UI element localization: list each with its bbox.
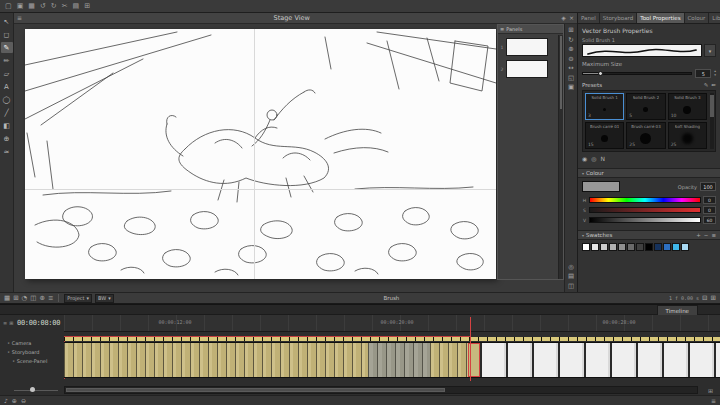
current-colour-swatch[interactable] [582,181,620,192]
save-icon[interactable]: ▦ [28,3,35,10]
brush-preset[interactable]: Brush carré 01 15 [585,122,624,149]
pencil-tool[interactable]: ✏ [1,55,13,66]
delete-track-icon[interactable]: ⊖ [21,398,26,404]
opacity-value[interactable]: 100 [700,182,716,191]
split-view-icon[interactable]: ◫ [568,283,574,290]
copy-icon[interactable]: ▤ [73,3,80,10]
panel-thumbnail-row[interactable]: 2 [500,60,555,78]
timeline-menu-icon[interactable]: ≡ [711,398,716,404]
brush-preset[interactable]: Solid Brush 3 10 [668,93,707,120]
value-value[interactable]: 60 [703,216,716,224]
onion-skin-icon[interactable]: ◔ [22,295,28,302]
timeline-playhead[interactable] [470,317,471,381]
timeline-options-icon[interactable]: ≡ [3,320,7,326]
brush-preset[interactable]: Solid Brush 2 5 [626,93,665,120]
expand-arrow-icon[interactable]: ▸ [8,341,10,345]
safe-area-icon[interactable]: ▣ [568,84,574,91]
panel-thumbnail[interactable] [506,60,548,78]
natural-media-icon[interactable]: N [601,155,606,162]
brush-presets-icon[interactable]: ✎ [704,82,709,88]
hue-slider[interactable] [589,197,701,203]
view-menu-icon[interactable]: ≡ [17,15,22,21]
grid-icon[interactable]: ⊞ [13,295,18,302]
colour-swatch[interactable] [618,243,626,251]
panels-scrollbar-thumb[interactable] [560,36,562,109]
close-view-icon[interactable]: × [569,15,574,21]
panel-frames-segment-selected-scene[interactable] [368,343,430,377]
expand-arrow-icon[interactable]: ▸ [13,359,15,363]
panels-scrollbar[interactable] [558,35,563,279]
presets-scrollbar[interactable] [710,93,714,149]
tab-library[interactable]: Library [709,13,720,23]
contour-tool[interactable]: ≈ [1,146,13,157]
select-tool[interactable]: ↖ [1,16,13,27]
corner-menu-icon[interactable]: ⊞ [708,387,713,394]
maximum-size-slider[interactable] [582,72,692,75]
zoom-out-icon[interactable]: ⊖ [568,56,573,63]
add-swatch-button[interactable]: + [696,232,701,238]
colour-swatch[interactable] [600,243,608,251]
slider-handle[interactable] [598,71,603,76]
collapse-icon[interactable]: ⊟ [702,295,707,302]
remove-swatch-button[interactable]: − [704,232,709,238]
brush-preset[interactable]: Solid Brush 1 3 [585,93,624,120]
drawing-canvas[interactable] [25,29,496,279]
timeline-ruler[interactable]: 00:00:12:00 00:00:20:00 00:00:28:00 [64,315,720,332]
project-dropdown[interactable]: Project▾ [64,294,92,303]
frame-tool[interactable]: ◻ [1,29,13,40]
colour-swatch[interactable] [591,243,599,251]
maximum-size-value[interactable]: 5 [695,69,711,78]
colour-swatch[interactable] [636,243,644,251]
collapse-arrow-icon[interactable]: ▾ [582,233,584,238]
tab-panel[interactable]: Panel [578,13,600,23]
saturation-value[interactable]: 0 [703,206,716,214]
timeline-zoom-slider[interactable] [14,390,58,391]
panel-thumbnail[interactable] [506,38,548,56]
presets-scrollbar-thumb[interactable] [710,95,714,117]
colour-swatch[interactable] [609,243,617,251]
snap-icon[interactable]: ≡ [48,295,53,302]
track-camera[interactable]: ▸ Camera [8,338,64,347]
undo-icon[interactable]: ↺ [40,3,46,10]
track-scene-panel[interactable]: ▸ Scene-Panel [13,356,64,365]
camera-track-bar[interactable] [64,337,720,341]
hue-value[interactable]: 0 [703,196,716,204]
colour-swatch[interactable] [654,243,662,251]
light-table-icon[interactable]: ◫ [30,295,36,302]
panels-menu-icon[interactable]: ≡ [500,26,504,32]
new-brush-preset-icon[interactable]: ◉ [582,155,587,162]
timeline-scrollbar-thumb[interactable] [66,388,445,392]
pencil-presets-icon[interactable]: ✏ [711,82,716,88]
timeline-zoom-handle[interactable] [30,387,35,392]
value-slider[interactable] [589,217,701,223]
round-tip-icon[interactable]: ◎ [591,155,596,162]
eraser-tool[interactable]: ▱ [1,68,13,79]
line-tool[interactable]: ╱ [1,107,13,118]
track-add-icon[interactable]: ⊞ [9,320,13,326]
text-tool[interactable]: A [1,81,13,92]
sound-icon[interactable]: ♪ [4,398,8,404]
colour-swatch[interactable] [663,243,671,251]
colour-swatch[interactable] [672,243,680,251]
pin-view-icon[interactable]: ◈ [561,15,566,21]
saturation-slider[interactable] [589,207,701,213]
add-track-icon[interactable]: ⊕ [12,398,17,404]
camera-mask-icon[interactable]: ◱ [568,75,574,82]
brush-preset[interactable]: Soft Shading 25 [668,122,707,149]
timeline-scrollbar[interactable] [64,386,698,394]
layers-icon[interactable]: ▤ [568,273,574,280]
display-mode-dropdown[interactable]: BW▾ [95,294,114,303]
zoom-in-icon[interactable]: ⊕ [568,46,573,53]
tab-tool-properties[interactable]: Tool Properties [637,13,684,23]
grid-view-icon[interactable]: ⊞ [568,27,573,34]
open-icon[interactable]: ▣ [17,3,24,10]
expand-icon[interactable]: ⊞ [711,295,716,302]
zoom-tool[interactable]: ⊕ [1,133,13,144]
swatches-section-header[interactable]: ▾ Swatches + − ≡ [578,230,720,240]
colour-swatch[interactable] [645,243,653,251]
brush-preset[interactable]: Brush carré 03 25 [626,122,665,149]
rotate-view-icon[interactable]: ↻ [568,37,573,44]
swatches-menu-icon[interactable]: ≡ [711,232,716,238]
panel-frames-segment-wide[interactable] [480,343,720,377]
panel-thumbnail-row[interactable]: 1 [500,38,555,56]
